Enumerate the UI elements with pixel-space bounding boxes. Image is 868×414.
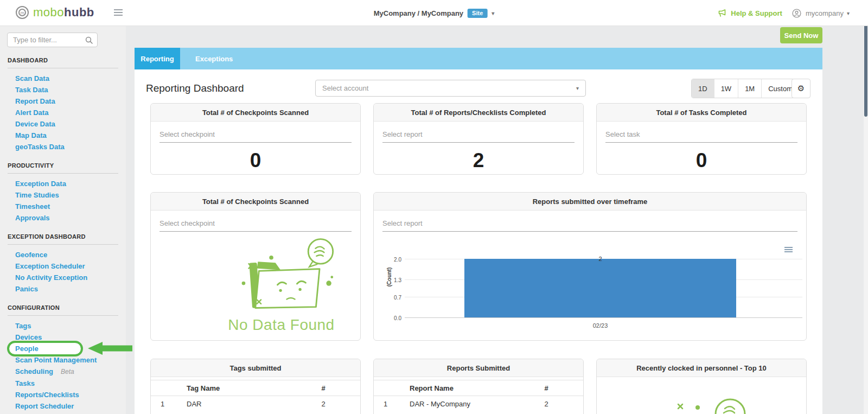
- sidebar-item-approvals[interactable]: Approvals: [0, 212, 126, 224]
- table-cell: DAR: [181, 400, 299, 408]
- sidebar-item-label: Alert Data: [15, 109, 48, 117]
- sidebar-section-title: DASHBOARD: [8, 57, 118, 63]
- sidebar-item-scan-data[interactable]: Scan Data: [0, 73, 126, 84]
- tasks-completed-card: Total # of Tasks Completed Select task 0: [596, 103, 807, 175]
- sidebar-item-label: Panics: [15, 285, 38, 293]
- sidebar-item-label: Scan Data: [15, 74, 49, 82]
- tab-reporting[interactable]: Reporting: [135, 48, 180, 69]
- sidebar-section: CONFIGURATIONTagsDevicesPeopleScan Point…: [0, 304, 126, 412]
- checkpoints-chart-card: Total # of Checkpoints Scanned Select ch…: [150, 192, 361, 341]
- sidebar-section-title: PRODUCTIVITY: [8, 162, 118, 169]
- chart-ytick-label: 1.3: [378, 277, 401, 283]
- sidebar-section-title: EXCEPTION DASHBOARD: [8, 233, 118, 240]
- chart-bar[interactable]: [464, 259, 736, 317]
- sidebar-item-label: Approvals: [15, 214, 50, 222]
- user-menu[interactable]: mycompany ▾: [806, 9, 850, 17]
- sidebar-item-label: Task Data: [15, 86, 48, 94]
- chart-bar-value-label: 2: [464, 256, 736, 262]
- sidebar: DASHBOARDScan DataTask DataReport DataAl…: [0, 26, 126, 414]
- sidebar-item-label: Scheduling: [15, 367, 53, 375]
- sidebar-item-reports-checklists[interactable]: Reports/Checklists: [0, 389, 126, 400]
- sidebar-item-tags[interactable]: Tags: [0, 320, 126, 332]
- filter-input[interactable]: [8, 33, 97, 47]
- sidebar-item-report-scheduler[interactable]: Report Scheduler: [0, 400, 126, 412]
- chart-ytick-label: 0.7: [378, 295, 401, 301]
- sidebar-item-report-data[interactable]: Report Data: [0, 95, 126, 107]
- sidebar-filter: [7, 33, 98, 47]
- settings-button[interactable]: ⚙: [792, 79, 810, 98]
- sidebar-item-no-activity-exception[interactable]: No Activity Exception: [0, 272, 126, 283]
- section-divider: [8, 173, 118, 174]
- sidebar-item-exception-scheduler[interactable]: Exception Scheduler: [0, 260, 126, 272]
- table-row[interactable]: 1DAR - MyCompany2: [374, 396, 583, 411]
- tab-exceptions[interactable]: Exceptions: [186, 48, 242, 69]
- sidebar-item-label: Geofence: [15, 251, 47, 259]
- table-cell: 2: [299, 400, 347, 408]
- reports-submitted-table: Report Name#1DAR - MyCompany2: [374, 380, 583, 411]
- sidebar-item-task-data[interactable]: Task Data: [0, 84, 126, 95]
- sidebar-item-geofence[interactable]: Geofence: [0, 249, 126, 260]
- range-button-1m[interactable]: 1M: [738, 79, 761, 98]
- sidebar-item-time-studies[interactable]: Time Studies: [0, 189, 126, 201]
- no-data-state: [597, 377, 806, 414]
- help-support-link[interactable]: Help & Support: [731, 9, 782, 17]
- sidebar-item-geotasks-data[interactable]: geoTasks Data: [0, 141, 126, 152]
- column-header: #: [299, 384, 347, 392]
- chevron-down-icon: ▾: [847, 10, 850, 16]
- sidebar-item-panics[interactable]: Panics: [0, 283, 126, 295]
- scrollbar-thumb[interactable]: [864, 24, 867, 117]
- no-data-text: No Data Found: [202, 316, 360, 334]
- chevron-down-icon: ▾: [492, 10, 494, 16]
- empty-folder-illustration: [216, 236, 347, 313]
- send-now-button[interactable]: Send Now: [780, 27, 822, 43]
- chart-ytick-label: 2.0: [378, 257, 401, 263]
- sidebar-item-people[interactable]: People: [0, 343, 126, 354]
- company-name: MyCompany / MyCompany: [374, 9, 463, 17]
- card-title: Tags submitted: [151, 359, 360, 377]
- column-header: Tag Name: [181, 384, 299, 392]
- chart-gridline: [405, 317, 802, 318]
- reports-submitted-card: Reports Submitted Report Name#1DAR - MyC…: [373, 359, 584, 414]
- search-icon: [85, 36, 93, 44]
- range-button-1d[interactable]: 1D: [692, 79, 714, 98]
- table-cell: DAR - MyCompany: [404, 400, 522, 408]
- empty-illustration-partial: [597, 377, 806, 414]
- task-select[interactable]: Select task: [605, 130, 797, 143]
- sidebar-section: PRODUCTIVITYException DataTime StudiesTi…: [0, 162, 126, 224]
- account-select[interactable]: Select account ▾: [315, 80, 586, 97]
- checkpoint-select[interactable]: Select checkpoint: [159, 130, 352, 143]
- sidebar-item-alert-data[interactable]: Alert Data: [0, 107, 126, 118]
- range-button-1w[interactable]: 1W: [714, 79, 738, 98]
- card-title: Total # of Reports/Checklists Completed: [374, 104, 583, 122]
- table-cell: 2: [522, 400, 570, 408]
- annotation-arrow-icon: [88, 342, 132, 355]
- menu-toggle-icon[interactable]: [114, 9, 123, 17]
- beta-badge: Beta: [61, 368, 74, 375]
- company-switcher[interactable]: MyCompany / MyCompany Site ▾: [374, 0, 495, 26]
- sidebar-item-label: No Activity Exception: [15, 273, 87, 282]
- sidebar-item-device-data[interactable]: Device Data: [0, 118, 126, 130]
- report-select[interactable]: Select report: [382, 219, 797, 232]
- report-select[interactable]: Select report: [382, 130, 575, 143]
- table-cell: 1: [151, 400, 181, 408]
- page-scrollbar[interactable]: [864, 0, 868, 414]
- header-right: Help & Support mycompany ▾: [717, 0, 850, 26]
- sidebar-item-timesheet[interactable]: Timesheet: [0, 201, 126, 212]
- sidebar-item-label: Exception Scheduler: [15, 262, 85, 270]
- sidebar-item-label: Report Scheduler: [15, 402, 74, 410]
- sidebar-item-label: Report Data: [15, 97, 55, 105]
- section-divider: [8, 244, 118, 245]
- sidebar-item-scan-point-management[interactable]: Scan Point Management: [0, 354, 126, 366]
- gear-icon: ⚙: [797, 84, 805, 93]
- sidebar-section: EXCEPTION DASHBOARDGeofenceException Sch…: [0, 233, 126, 295]
- page-title: Reporting Dashboard: [146, 82, 244, 94]
- card-title: Total # of Checkpoints Scanned: [151, 104, 360, 122]
- sidebar-item-exception-data[interactable]: Exception Data: [0, 178, 126, 189]
- sidebar-item-tasks[interactable]: Tasks: [0, 378, 126, 389]
- checkpoint-select[interactable]: Select checkpoint: [159, 219, 352, 232]
- tasks-completed-value: 0: [597, 149, 806, 172]
- sidebar-item-map-data[interactable]: Map Data: [0, 130, 126, 141]
- table-row[interactable]: 1DAR2: [151, 396, 360, 411]
- sidebar-item-label: Map Data: [15, 131, 47, 139]
- sidebar-item-scheduling[interactable]: SchedulingBeta: [0, 366, 126, 378]
